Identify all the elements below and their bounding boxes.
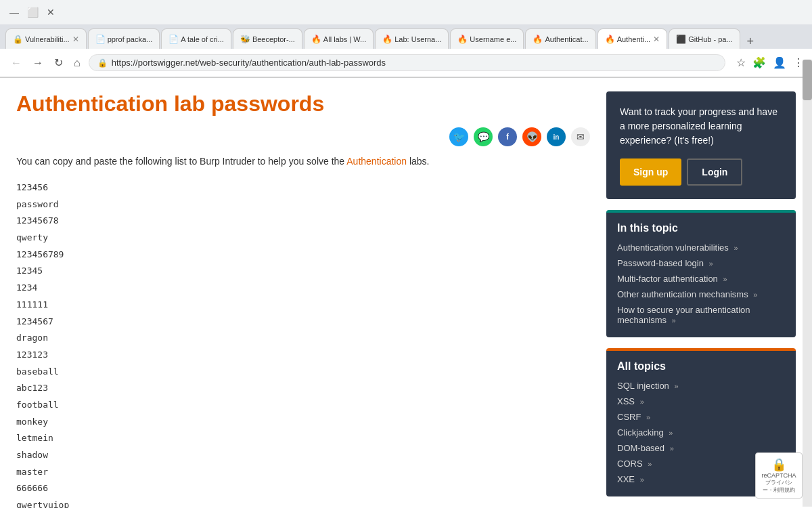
share-whatsapp[interactable]: 💬 (474, 127, 493, 146)
topic-label: CORS (617, 459, 643, 469)
chevron-icon: » (753, 291, 757, 299)
extensions-icon[interactable]: 🧩 (752, 56, 766, 69)
list-item: password (16, 196, 590, 213)
tab-authenti-active[interactable]: 🔥 Authenti... ✕ (597, 28, 668, 49)
signup-button[interactable]: Sign up (620, 158, 681, 186)
share-linkedin[interactable]: in (547, 127, 566, 146)
profile-icon[interactable]: 👤 (773, 56, 786, 69)
reload-button[interactable]: ↻ (51, 55, 66, 70)
list-item: monkey (16, 414, 590, 431)
topic-item-label: Password-based login (617, 258, 704, 268)
chevron-icon: » (670, 444, 674, 452)
authentication-link[interactable]: Authentication (346, 156, 407, 167)
list-item: 1234567 (16, 314, 590, 331)
chevron-icon: » (674, 382, 678, 390)
share-twitter[interactable]: 🐦 (449, 127, 468, 146)
tab-favicon: 🔥 (605, 35, 614, 44)
topic-label: XXE (617, 474, 635, 484)
recaptcha-badge: 🔒 reCAPTCHA プライバシー・利用規約 (755, 452, 803, 499)
topic-item-sql[interactable]: SQL injection » (617, 378, 785, 394)
share-reddit[interactable]: 👽 (522, 127, 541, 146)
list-item: shadow (16, 447, 590, 464)
topic-item-clickjacking[interactable]: Clickjacking » (617, 425, 785, 440)
list-item: qwerty (16, 230, 590, 247)
list-item: master (16, 464, 590, 481)
tab-favicon: 🔒 (13, 35, 22, 44)
topic-list: Authentication vulnerabilities » Passwor… (606, 240, 796, 337)
list-item: 123456789 (16, 247, 590, 263)
tab-favicon: 📄 (168, 35, 178, 44)
maximize-button[interactable]: ⬜ (23, 5, 43, 19)
recaptcha-text: reCAPTCHA (761, 472, 796, 479)
title-bar: — ⬜ ✕ (0, 0, 812, 24)
tab-authentication[interactable]: 🔥 Authenticat... (525, 28, 595, 49)
login-button[interactable]: Login (687, 158, 742, 186)
tabs-bar: 🔒 Vulnerabiliti... ✕ 📄 pprof packa... 📄 … (0, 24, 812, 49)
tab-labusername[interactable]: 🔥 Lab: Userna... (375, 28, 449, 49)
back-button[interactable]: ← (8, 56, 24, 70)
scrollbar[interactable] (803, 60, 812, 507)
tab-vulnerabilities[interactable]: 🔒 Vulnerabiliti... ✕ (5, 28, 87, 49)
forward-button[interactable]: → (30, 56, 46, 70)
tab-alllabs[interactable]: 🔥 All labs | W... (304, 28, 374, 49)
page-title: Authentication lab passwords (16, 91, 590, 117)
chevron-icon: » (646, 413, 650, 421)
tab-github[interactable]: ⬛ GitHub - pa... (669, 28, 740, 49)
address-bar: ← → ↻ ⌂ 🔒 https://portswigger.net/web-se… (0, 49, 812, 77)
share-email[interactable]: ✉ (571, 127, 590, 146)
list-item: 123456 (16, 179, 590, 196)
topic-item-label: How to secure your authentication mechan… (617, 305, 750, 325)
home-button[interactable]: ⌂ (71, 56, 83, 70)
topic-item-label: Multi-factor authentication (617, 274, 718, 284)
chevron-icon: » (672, 316, 676, 324)
topic-item-csrf[interactable]: CSRF » (617, 409, 785, 425)
main-content: Authentication lab passwords 🐦 💬 f 👽 in … (16, 91, 606, 508)
tab-favicon: 📄 (95, 35, 105, 44)
url-bar[interactable]: 🔒 https://portswigger.net/web-security/a… (89, 54, 725, 71)
tab-label: All labs | W... (323, 35, 366, 43)
scroll-thumb[interactable] (803, 60, 812, 100)
topic-item-password-login[interactable]: Password-based login » (617, 255, 785, 271)
tab-favicon: 🔥 (382, 35, 392, 44)
topic-item-auth-vuln[interactable]: Authentication vulnerabilities » (617, 240, 785, 255)
tab-favicon: 🔥 (533, 35, 542, 44)
bookmarks-icon[interactable]: ☆ (736, 56, 746, 69)
progress-text: Want to track your progress and have a m… (620, 105, 782, 148)
tab-close-icon[interactable]: ✕ (72, 35, 79, 44)
list-item: 111111 (16, 297, 590, 314)
topic-item-secure-auth[interactable]: How to secure your authentication mechan… (617, 302, 785, 328)
browser-chrome: — ⬜ ✕ 🔒 Vulnerabiliti... ✕ 📄 pprof packa… (0, 0, 812, 78)
lock-icon: 🔒 (97, 58, 108, 68)
auth-buttons: Sign up Login (620, 158, 782, 186)
recaptcha-logo: 🔒 (761, 457, 796, 472)
recaptcha-privacy: プライバシー・利用規約 (761, 479, 796, 494)
password-list: 123456 password 12345678 qwerty 12345678… (16, 179, 590, 508)
sidebar-topic-box: In this topic Authentication vulnerabili… (606, 210, 796, 337)
topic-label: SQL injection (617, 381, 669, 391)
page-wrapper: Authentication lab passwords 🐦 💬 f 👽 in … (0, 78, 812, 508)
topic-item-label: Other authentication mechanisms (617, 289, 748, 299)
tab-beeceptor[interactable]: 🐝 Beeceptor-... (233, 28, 302, 49)
list-item: 666666 (16, 480, 590, 497)
tab-tale[interactable]: 📄 A tale of cri... (161, 28, 231, 49)
sidebar-progress-box: Want to track your progress and have a m… (606, 91, 796, 199)
minimize-button[interactable]: — (5, 5, 23, 19)
tab-favicon: 🔥 (457, 35, 467, 44)
topic-label: XSS (617, 396, 635, 406)
topic-item-other-auth[interactable]: Other authentication mechanisms » (617, 287, 785, 302)
tab-close-active-icon[interactable]: ✕ (653, 35, 660, 44)
topic-item-mfa[interactable]: Multi-factor authentication » (617, 271, 785, 287)
url-text: https://portswigger.net/web-security/aut… (112, 58, 717, 68)
topic-item-xss[interactable]: XSS » (617, 394, 785, 409)
list-item: 12345 (16, 263, 590, 280)
intro-paragraph: You can copy and paste the following lis… (16, 154, 590, 169)
tab-username[interactable]: 🔥 Username e... (450, 28, 524, 49)
new-tab-button[interactable]: + (742, 35, 760, 49)
close-button[interactable]: ✕ (43, 5, 59, 19)
chevron-icon: » (709, 259, 713, 268)
share-facebook[interactable]: f (498, 127, 517, 146)
tab-pprof[interactable]: 📄 pprof packa... (88, 28, 160, 49)
chevron-icon: » (640, 398, 644, 406)
tab-label: Vulnerabiliti... (25, 35, 70, 43)
intro-text-after: labs. (409, 156, 430, 167)
